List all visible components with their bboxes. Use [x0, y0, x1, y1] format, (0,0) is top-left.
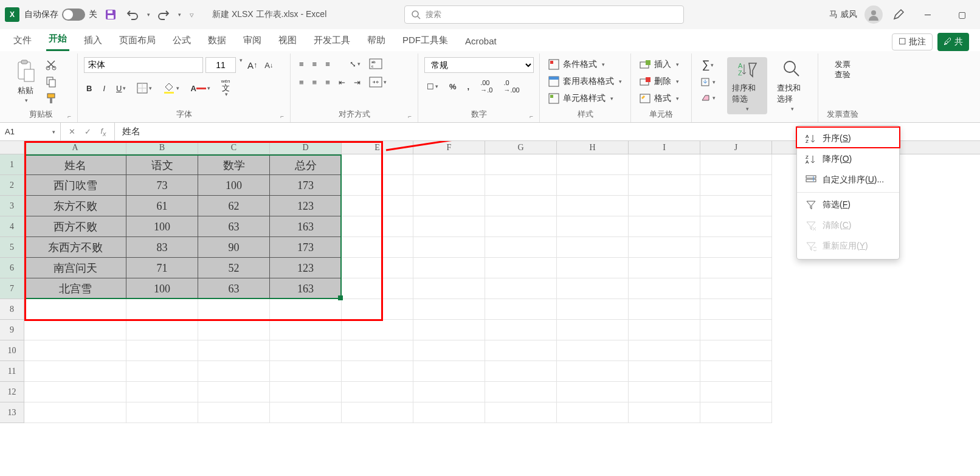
- cell[interactable]: [485, 175, 557, 196]
- cell[interactable]: [629, 258, 700, 278]
- conditional-format-button[interactable]: 条件格式▾: [546, 57, 624, 72]
- cell[interactable]: [700, 320, 772, 340]
- row-header[interactable]: 1: [0, 154, 24, 175]
- cell[interactable]: 语文: [126, 154, 198, 175]
- row-header[interactable]: 8: [0, 299, 24, 320]
- cell[interactable]: 东方不败: [24, 196, 126, 216]
- cell[interactable]: 数学: [198, 154, 270, 175]
- cell[interactable]: [342, 402, 413, 423]
- cell[interactable]: [485, 299, 557, 320]
- cell[interactable]: 63: [198, 216, 270, 237]
- cell[interactable]: [413, 237, 485, 258]
- cell[interactable]: 173: [270, 175, 342, 196]
- cell[interactable]: [198, 299, 270, 320]
- cell[interactable]: [198, 340, 270, 361]
- avatar[interactable]: [864, 5, 883, 24]
- cell[interactable]: [629, 402, 700, 423]
- share-button[interactable]: 🖊 共: [937, 33, 969, 51]
- column-header[interactable]: B: [126, 141, 198, 154]
- cell[interactable]: 123: [270, 196, 342, 216]
- row-header[interactable]: 5: [0, 237, 24, 258]
- cell[interactable]: [413, 278, 485, 299]
- cell[interactable]: 163: [270, 216, 342, 237]
- paste-button[interactable]: 粘贴 ▾: [11, 57, 40, 106]
- cell[interactable]: 100: [126, 278, 198, 299]
- align-top-button[interactable]: ≡: [297, 57, 306, 71]
- cell[interactable]: [342, 175, 413, 196]
- merge-button[interactable]: ▾: [367, 75, 389, 89]
- clear-button[interactable]: ▾: [698, 92, 718, 104]
- search-input[interactable]: 搜索: [404, 5, 684, 24]
- cell[interactable]: [413, 258, 485, 278]
- cell[interactable]: [270, 299, 342, 320]
- cell[interactable]: [24, 402, 126, 423]
- align-center-button[interactable]: ≡: [310, 75, 320, 89]
- fill-color-button[interactable]: ▾: [160, 78, 182, 98]
- row-header[interactable]: 13: [0, 402, 24, 423]
- cell[interactable]: [126, 361, 198, 382]
- cell[interactable]: [629, 196, 700, 216]
- cell[interactable]: [557, 196, 629, 216]
- column-header[interactable]: I: [629, 141, 700, 154]
- cell[interactable]: [413, 382, 485, 402]
- tab-pdf[interactable]: PDF工具集: [400, 31, 450, 51]
- format-painter-button[interactable]: [43, 91, 60, 106]
- launcher-icon[interactable]: ⌐: [67, 113, 71, 120]
- cell[interactable]: 123: [270, 258, 342, 278]
- cell[interactable]: [700, 237, 772, 258]
- cell[interactable]: [198, 382, 270, 402]
- cell[interactable]: [24, 361, 126, 382]
- cell[interactable]: [270, 382, 342, 402]
- cell[interactable]: [557, 299, 629, 320]
- cell[interactable]: [198, 320, 270, 340]
- column-header[interactable]: J: [700, 141, 772, 154]
- table-format-button[interactable]: 套用表格格式▾: [546, 74, 624, 89]
- cell[interactable]: 南宫问天: [24, 258, 126, 278]
- cell[interactable]: [342, 382, 413, 402]
- row-header[interactable]: 12: [0, 382, 24, 402]
- chevron-down-icon[interactable]: ▾: [147, 12, 150, 18]
- insert-cells-button[interactable]: 插入▾: [637, 57, 682, 72]
- indent-decrease-button[interactable]: ⇤: [336, 75, 348, 89]
- cell[interactable]: [485, 340, 557, 361]
- cell[interactable]: [485, 361, 557, 382]
- cell[interactable]: 西方不败: [24, 216, 126, 237]
- cell[interactable]: [629, 361, 700, 382]
- cell[interactable]: [270, 340, 342, 361]
- tab-data[interactable]: 数据: [205, 31, 229, 51]
- fill-button[interactable]: ▾: [698, 76, 718, 88]
- confirm-formula-button[interactable]: ✓: [80, 123, 95, 140]
- cell[interactable]: 90: [198, 237, 270, 258]
- row-header[interactable]: 10: [0, 340, 24, 361]
- user-name[interactable]: 马 威风: [829, 9, 857, 20]
- cell[interactable]: [342, 320, 413, 340]
- undo-button[interactable]: [124, 6, 141, 23]
- cell[interactable]: [629, 154, 700, 175]
- autosum-button[interactable]: ∑▾: [698, 57, 718, 72]
- cell[interactable]: [557, 258, 629, 278]
- cell[interactable]: [485, 258, 557, 278]
- comma-button[interactable]: ,: [465, 78, 472, 95]
- cell[interactable]: [485, 402, 557, 423]
- italic-button[interactable]: I: [100, 78, 108, 98]
- wrap-text-button[interactable]: abc: [367, 57, 385, 71]
- cell[interactable]: 总分: [270, 154, 342, 175]
- chevron-down-icon[interactable]: ▾: [178, 12, 181, 18]
- cell[interactable]: [24, 320, 126, 340]
- align-bottom-button[interactable]: ≡: [323, 57, 333, 71]
- cell[interactable]: [413, 361, 485, 382]
- cell[interactable]: [700, 154, 772, 175]
- font-color-button[interactable]: A▾: [188, 78, 212, 98]
- cell[interactable]: [24, 340, 126, 361]
- accounting-button[interactable]: ☐▾: [424, 78, 441, 95]
- cell[interactable]: [557, 154, 629, 175]
- cell-styles-button[interactable]: 单元格样式▾: [546, 91, 624, 106]
- cell[interactable]: [557, 382, 629, 402]
- cell[interactable]: [126, 402, 198, 423]
- tab-insert[interactable]: 插入: [81, 31, 105, 51]
- cell[interactable]: [198, 361, 270, 382]
- format-cells-button[interactable]: 格式▾: [637, 91, 682, 106]
- cell[interactable]: [700, 258, 772, 278]
- increase-decimal-button[interactable]: .00→.0: [478, 78, 495, 95]
- cut-button[interactable]: [43, 57, 60, 72]
